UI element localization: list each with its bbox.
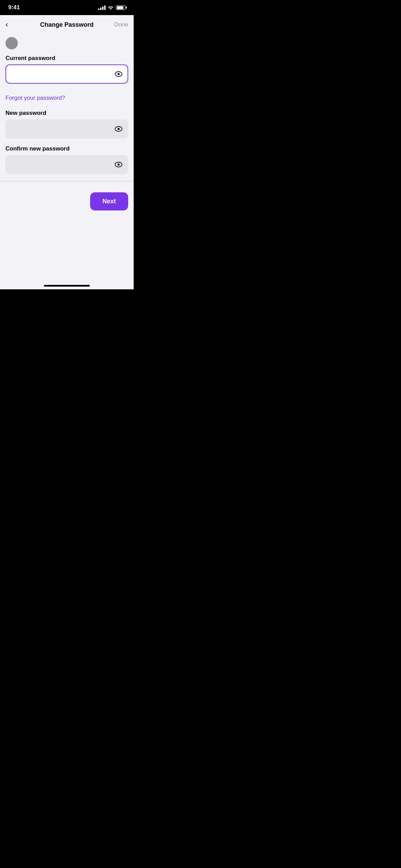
current-password-section: Current password Forgot your password? N… <box>0 55 134 174</box>
bottom-bar: Next <box>0 187 134 210</box>
confirm-password-wrapper <box>5 155 128 174</box>
section-divider <box>0 181 134 181</box>
back-button[interactable]: ‹ <box>5 20 26 29</box>
current-password-input[interactable] <box>5 64 128 84</box>
wifi-icon <box>108 5 114 10</box>
home-indicator <box>44 285 90 287</box>
confirm-password-input[interactable] <box>5 155 128 174</box>
done-button[interactable]: Done <box>108 21 128 28</box>
avatar <box>5 37 18 49</box>
battery-icon <box>116 5 125 10</box>
forgot-password-link[interactable]: Forgot your password? <box>5 95 65 101</box>
confirm-password-field-group: Confirm new password <box>5 145 128 174</box>
current-password-label: Current password <box>5 55 128 62</box>
app-container: ‹ Change Password Done Current password … <box>0 15 134 289</box>
new-password-wrapper <box>5 119 128 138</box>
status-icons <box>98 5 125 10</box>
status-bar: 9:41 <box>0 0 134 15</box>
next-button[interactable]: Next <box>90 192 128 210</box>
status-time: 9:41 <box>8 4 20 11</box>
toggle-current-password-icon[interactable] <box>114 70 123 78</box>
current-password-field-group: Current password <box>5 55 128 84</box>
new-password-field-group: New password <box>5 110 128 138</box>
current-password-wrapper <box>5 64 128 84</box>
toggle-confirm-password-icon[interactable] <box>114 160 123 169</box>
svg-point-5 <box>118 164 120 166</box>
svg-point-3 <box>118 128 120 130</box>
nav-bar: ‹ Change Password Done <box>0 15 134 34</box>
confirm-password-label: Confirm new password <box>5 145 128 152</box>
svg-point-1 <box>118 73 120 75</box>
page-title: Change Password <box>26 21 108 28</box>
toggle-new-password-icon[interactable] <box>114 125 123 133</box>
new-password-input[interactable] <box>5 119 128 138</box>
new-password-label: New password <box>5 110 128 117</box>
signal-icon <box>98 5 106 10</box>
